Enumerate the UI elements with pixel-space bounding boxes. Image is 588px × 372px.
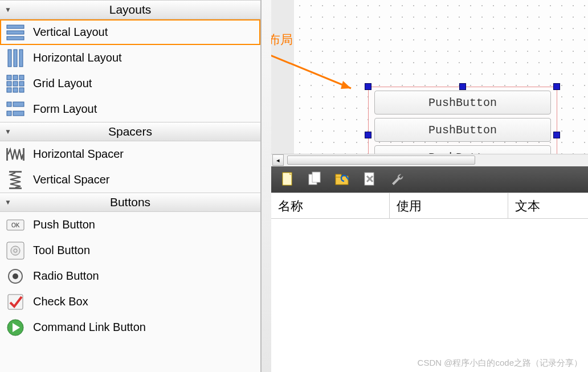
svg-rect-12 [7, 88, 11, 92]
widget-item-label: Push Button [33, 218, 95, 231]
property-header-row: 名称 使用 文本 [271, 193, 588, 219]
widget-item-tool-button[interactable]: Tool Button [0, 238, 260, 263]
canvas-push-button[interactable]: PushButton [374, 118, 551, 142]
svg-rect-19 [6, 148, 8, 161]
group-header-spacers[interactable]: ▼ Spacers [0, 122, 260, 141]
widget-item-label: Radio Button [33, 269, 99, 283]
widget-item-label: Grid Layout [33, 77, 92, 90]
radio-button-icon [6, 267, 25, 286]
svg-rect-1 [7, 31, 24, 34]
widget-item-cmdlink-button[interactable]: Command Link Button [0, 314, 260, 340]
new-file-icon[interactable] [279, 171, 296, 188]
wrench-icon[interactable] [389, 171, 406, 188]
copy-file-icon[interactable] [307, 171, 324, 188]
svg-marker-34 [341, 81, 351, 89]
svg-rect-14 [19, 88, 24, 92]
svg-rect-5 [19, 50, 23, 67]
canvas-push-button[interactable]: PushButton [374, 145, 551, 154]
svg-rect-7 [13, 75, 18, 80]
widget-item-label: Command Link Button [33, 321, 146, 334]
widget-item-vertical-layout[interactable]: Vertical Layout [0, 19, 260, 45]
widget-box: ▼ Layouts Vertical Layout Horizontal Lay… [0, 0, 261, 372]
widget-item-push-button[interactable]: OK Push Button [0, 212, 260, 238]
resize-handle-ne[interactable] [553, 83, 560, 90]
svg-rect-6 [7, 75, 11, 80]
chevron-down-icon: ▼ [5, 128, 11, 136]
svg-rect-18 [13, 111, 24, 116]
widget-item-horizontal-layout[interactable]: Horizontal Layout [0, 45, 260, 71]
chevron-down-icon: ▼ [5, 6, 11, 14]
canvas-push-button[interactable]: PushButton [374, 91, 551, 115]
chevron-down-icon: ▼ [5, 198, 11, 206]
annotation-arrow [271, 40, 368, 103]
grid-layout-icon [6, 74, 25, 93]
folder-refresh-icon[interactable] [334, 171, 351, 188]
svg-rect-22 [9, 187, 22, 189]
widget-item-vertical-spacer[interactable]: Vertical Spacer [0, 167, 260, 193]
svg-rect-13 [13, 88, 18, 92]
tool-button-icon [6, 241, 25, 260]
canvas-wrap: 垂直布局 PushButton PushButton PushButton [271, 0, 588, 154]
resize-handle-e[interactable] [553, 132, 560, 138]
group-title: Buttons [110, 195, 150, 209]
svg-rect-15 [7, 102, 11, 107]
widget-item-label: Vertical Layout [33, 26, 108, 39]
svg-rect-40 [336, 174, 341, 177]
svg-rect-9 [7, 81, 11, 86]
svg-text:OK: OK [11, 222, 20, 228]
resize-handle-w[interactable] [365, 132, 371, 138]
widget-item-radio-button[interactable]: Radio Button [0, 263, 260, 289]
push-button-icon: OK [6, 215, 25, 235]
scroll-left-icon[interactable]: ◂ [272, 154, 284, 166]
widgetbox-scroll-strip[interactable] [261, 0, 271, 372]
property-body [271, 219, 588, 373]
canvas-hscrollbar[interactable]: ◂ [271, 154, 588, 166]
horizontal-layout-icon [6, 48, 25, 68]
horizontal-spacer-icon [6, 145, 25, 164]
widget-item-label: Horizontal Spacer [33, 148, 124, 161]
svg-rect-0 [7, 25, 24, 28]
form-layout-icon [6, 100, 25, 119]
widget-item-form-layout[interactable]: Form Layout [0, 96, 260, 122]
svg-rect-16 [13, 102, 24, 107]
check-box-icon [6, 292, 25, 312]
widget-item-horizontal-spacer[interactable]: Horizontal Spacer [0, 141, 260, 167]
widget-item-label: Horizontal Layout [33, 51, 122, 64]
svg-point-29 [13, 273, 18, 279]
vertical-spacer-icon [6, 170, 25, 190]
svg-rect-20 [23, 148, 24, 161]
vertical-layout-icon [6, 23, 25, 42]
widget-item-grid-layout[interactable]: Grid Layout [0, 71, 260, 96]
svg-point-27 [14, 249, 17, 252]
widget-item-label: Form Layout [33, 103, 97, 116]
group-header-buttons[interactable]: ▼ Buttons [0, 193, 260, 212]
svg-rect-38 [312, 172, 320, 182]
svg-rect-21 [9, 171, 22, 173]
widget-item-check-box[interactable]: Check Box [0, 289, 260, 314]
close-file-icon[interactable] [361, 171, 378, 188]
column-header-use[interactable]: 使用 [390, 193, 508, 218]
svg-rect-3 [8, 50, 11, 67]
group-title: Layouts [109, 3, 152, 17]
widget-item-label: Vertical Spacer [33, 173, 110, 186]
svg-rect-4 [14, 50, 17, 67]
resize-handle-nw[interactable] [365, 83, 371, 90]
column-header-name[interactable]: 名称 [271, 193, 390, 218]
group-title: Spacers [108, 125, 152, 138]
svg-rect-2 [7, 36, 24, 40]
svg-rect-8 [19, 75, 24, 80]
svg-line-33 [271, 43, 351, 88]
column-header-text[interactable]: 文本 [508, 193, 588, 218]
svg-rect-17 [7, 111, 11, 116]
scroll-thumb[interactable] [287, 156, 475, 165]
group-header-layouts[interactable]: ▼ Layouts [0, 0, 260, 19]
widget-item-label: Tool Button [33, 244, 90, 257]
widget-item-label: Check Box [33, 295, 88, 308]
command-link-icon [6, 318, 25, 337]
resize-handle-n[interactable] [459, 83, 466, 90]
selection-frame[interactable]: PushButton PushButton PushButton [368, 87, 557, 154]
design-area: 垂直布局 PushButton PushButton PushButton [271, 0, 588, 372]
action-toolbar [271, 166, 588, 193]
svg-rect-11 [19, 81, 24, 86]
svg-rect-10 [13, 81, 18, 86]
